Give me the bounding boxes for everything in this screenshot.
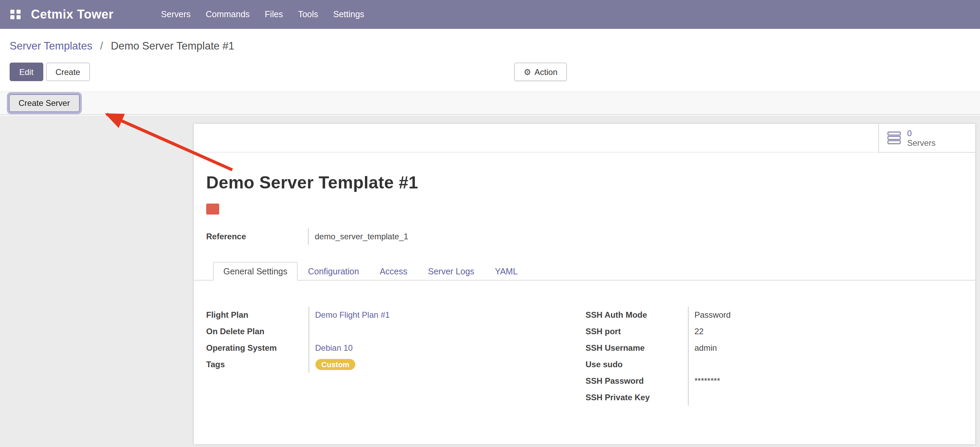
field-row-operating-system: Operating System Debian 10 (206, 340, 570, 356)
servers-stat-button[interactable]: 0 Servers (878, 124, 975, 153)
button-box (194, 124, 975, 153)
tab-general-settings[interactable]: General Settings (213, 262, 298, 281)
servers-count: 0 (907, 128, 935, 138)
use-sudo-value (688, 356, 929, 373)
field-group-left: Flight Plan Demo Flight Plan #1 On Delet… (206, 307, 570, 373)
tag-badge: Custom (315, 359, 356, 370)
field-row-ssh-private-key: SSH Private Key (585, 389, 929, 406)
field-row-on-delete-plan: On Delete Plan (206, 323, 570, 340)
breadcrumb-current: Demo Server Template #1 (111, 40, 235, 51)
field-row-tags: Tags Custom (206, 356, 570, 373)
tab-access[interactable]: Access (369, 262, 418, 281)
main-menu: Servers Commands Files Tools Settings (154, 0, 372, 29)
field-label: SSH Private Key (585, 389, 688, 406)
field-row-ssh-auth-mode: SSH Auth Mode Password (585, 307, 929, 323)
ssh-port-value: 22 (688, 323, 929, 340)
servers-icon (887, 131, 901, 144)
field-label: Operating System (206, 340, 309, 356)
field-label: SSH Auth Mode (585, 307, 688, 323)
field-label: SSH Username (585, 340, 688, 356)
ssh-auth-mode-value: Password (688, 307, 929, 323)
field-label: SSH port (585, 323, 688, 340)
field-row-ssh-password: SSH Password ******** (585, 373, 929, 389)
menu-tools[interactable]: Tools (290, 0, 325, 29)
on-delete-plan-value (309, 323, 570, 340)
field-label: On Delete Plan (206, 323, 309, 340)
menu-servers[interactable]: Servers (154, 0, 198, 29)
menu-commands[interactable]: Commands (198, 0, 258, 29)
action-button[interactable]: ⚙ Action (514, 62, 567, 81)
tab-configuration[interactable]: Configuration (298, 262, 369, 281)
ssh-username-value: admin (688, 340, 929, 356)
notebook-tabs: General Settings Configuration Access Se… (194, 262, 975, 281)
field-row-flight-plan: Flight Plan Demo Flight Plan #1 (206, 307, 570, 323)
content-background: 0 Servers Demo Server Template #1 Refere… (0, 115, 980, 447)
reference-label: Reference (206, 228, 309, 245)
field-group-right: SSH Auth Mode Password SSH port 22 SSH U… (585, 307, 929, 406)
tab-server-logs[interactable]: Server Logs (418, 262, 485, 281)
field-label: Tags (206, 356, 309, 373)
gear-icon: ⚙ (524, 68, 531, 76)
menu-files[interactable]: Files (258, 0, 291, 29)
apps-grid-icon[interactable] (10, 9, 21, 19)
flight-plan-link[interactable]: Demo Flight Plan #1 (315, 310, 390, 320)
create-server-button[interactable]: Create Server (9, 94, 80, 112)
breadcrumb-parent-link[interactable]: Server Templates (10, 40, 92, 51)
field-label: SSH Password (585, 373, 688, 389)
control-panel-buttons: Edit Create (10, 62, 90, 81)
field-row-use-sudo: Use sudo (585, 356, 929, 373)
field-label: Flight Plan (206, 307, 309, 323)
reference-value: demo_server_template_1 (309, 232, 408, 241)
tab-yaml[interactable]: YAML (485, 262, 528, 281)
form-statusbar: Create Server (0, 91, 980, 115)
field-row-ssh-username: SSH Username admin (585, 340, 929, 356)
field-row-ssh-port: SSH port 22 (585, 323, 929, 340)
field-label: Use sudo (585, 356, 688, 373)
app-window: Cetmix Tower Servers Commands Files Tool… (0, 0, 980, 447)
menu-settings[interactable]: Settings (326, 0, 372, 29)
operating-system-link[interactable]: Debian 10 (315, 343, 353, 353)
edit-button[interactable]: Edit (10, 62, 43, 81)
action-button-label: Action (535, 67, 558, 77)
servers-count-label: Servers (907, 138, 935, 147)
create-button[interactable]: Create (46, 62, 90, 81)
breadcrumb: Server Templates / Demo Server Template … (10, 40, 234, 52)
reference-field: Reference demo_server_template_1 (206, 228, 408, 245)
breadcrumb-separator: / (100, 40, 103, 51)
brand-title[interactable]: Cetmix Tower (31, 7, 114, 22)
page-title: Demo Server Template #1 (206, 172, 418, 193)
top-navbar: Cetmix Tower Servers Commands Files Tool… (0, 0, 980, 29)
color-swatch (206, 204, 219, 215)
ssh-private-key-value (688, 389, 929, 406)
ssh-password-value: ******** (688, 373, 929, 389)
form-sheet: 0 Servers Demo Server Template #1 Refere… (194, 124, 975, 444)
